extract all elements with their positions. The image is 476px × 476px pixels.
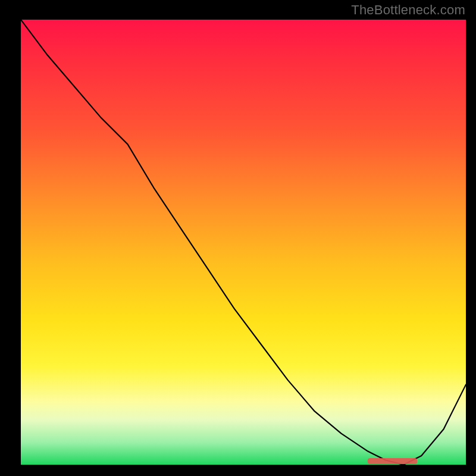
watermark-text: TheBottleneck.com	[351, 2, 465, 18]
highlight-region	[368, 459, 416, 464]
chart-container: TheBottleneck.com	[0, 0, 476, 476]
plot-area	[21, 20, 466, 465]
chart-svg	[21, 20, 466, 465]
data-curve	[21, 20, 466, 465]
